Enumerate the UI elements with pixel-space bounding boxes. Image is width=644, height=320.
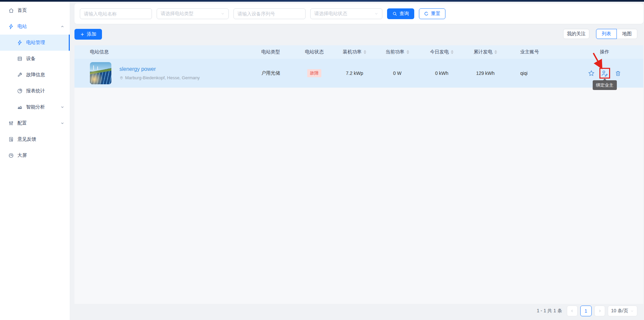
view-mode-map[interactable]: 地图 (616, 29, 637, 39)
device-list-icon (17, 56, 23, 62)
chevron-up-icon (60, 25, 64, 29)
sidebar-item-label: 电站管理 (26, 40, 45, 46)
page-size-select[interactable]: 10 条/页 (608, 306, 637, 316)
station-name-link[interactable]: slenergy power (119, 66, 200, 72)
column-header-current-power: 当前功率 (376, 49, 418, 55)
chevron-down-icon (221, 12, 225, 16)
chevron-down-icon (60, 121, 64, 125)
pagination-total: 1 - 1 共 1 条 (537, 308, 562, 314)
column-header-today-energy: 今日发电 (418, 49, 465, 55)
feedback-icon (8, 136, 14, 142)
home-icon (8, 7, 14, 13)
search-button-label: 查询 (399, 11, 409, 17)
favorite-star-icon[interactable] (588, 70, 595, 77)
refresh-icon (424, 11, 429, 16)
sidebar-item-fault-info[interactable]: 故障信息 (0, 67, 70, 83)
sidebar-item-station[interactable]: 电站 (0, 18, 70, 35)
column-header-total-energy: 累计发电 (465, 49, 505, 55)
bind-owner-target: 绑定业主 (599, 68, 610, 79)
station-type: 户用光储 (261, 70, 280, 76)
view-toolbar: 我的关注 列表 地图 (563, 29, 637, 39)
my-follow-label: 我的关注 (567, 31, 586, 37)
status-badge: 故障 (307, 69, 321, 77)
column-header-station-status: 电站状态 (296, 49, 333, 55)
area-chart-icon (17, 104, 23, 110)
next-page-button[interactable] (594, 306, 605, 316)
sidebar-item-label: 配置 (17, 120, 27, 126)
filter-bar: 请选择电站类型 请选择电站状态 查询 重置 (74, 3, 643, 24)
column-header-installed-power: 装机功率 (333, 49, 376, 55)
station-thumbnail[interactable] (90, 62, 111, 84)
owner-account-value: qiqi (520, 71, 528, 76)
location-pin-icon (119, 76, 123, 80)
column-header-owner-account: 业主账号 (505, 49, 566, 55)
plus-icon (80, 32, 85, 37)
station-type-placeholder: 请选择电站类型 (161, 11, 194, 17)
search-button[interactable]: 查询 (387, 8, 414, 19)
sidebar-item-smart-analysis[interactable]: 智能分析 (0, 99, 70, 115)
sidebar-item-label: 故障信息 (26, 72, 45, 78)
table-row[interactable]: slenergy power Marburg-Biedenkopf, Hesse… (74, 59, 643, 88)
search-icon (392, 11, 397, 16)
my-follow-button[interactable]: 我的关注 (563, 29, 589, 39)
dashboard-gauge-icon (8, 152, 14, 158)
column-header-station-info: 电站信息 (74, 49, 246, 55)
station-info-cell: slenergy power Marburg-Biedenkopf, Hesse… (74, 62, 246, 84)
column-header-actions: 操作 (566, 49, 643, 55)
map-view-label: 地图 (622, 31, 632, 37)
view-mode-toggle: 列表 地图 (596, 29, 637, 39)
station-name-input[interactable] (80, 8, 152, 19)
sort-icon[interactable] (407, 50, 409, 54)
current-power-value: 0 W (393, 71, 401, 76)
pie-chart-icon (17, 88, 23, 94)
table-header-row: 电站信息 电站类型 电站状态 装机功率 当前功率 今日发电 累计发电 业主账号 … (74, 45, 643, 59)
wrench-icon (17, 72, 23, 78)
sidebar-item-label: 报表统计 (26, 88, 45, 94)
sliders-icon (8, 120, 14, 126)
sidebar-item-big-screen[interactable]: 大屏 (0, 147, 70, 164)
sidebar-item-label: 首页 (17, 7, 27, 13)
sidebar-item-label: 设备 (26, 56, 36, 62)
reset-button[interactable]: 重置 (419, 8, 445, 19)
sidebar-item-report-statistics[interactable]: 报表统计 (0, 83, 70, 99)
list-view-label: 列表 (602, 31, 611, 37)
sidebar-item-label: 意见反馈 (17, 136, 36, 142)
view-mode-list[interactable]: 列表 (596, 29, 617, 39)
today-energy-value: 0 kWh (435, 71, 448, 76)
bind-owner-icon[interactable] (601, 70, 608, 77)
page-number-button[interactable]: 1 (580, 306, 592, 316)
chevron-down-icon (60, 105, 64, 109)
pagination: 1 - 1 共 1 条 1 10 条/页 (537, 306, 637, 316)
reset-button-label: 重置 (431, 11, 440, 17)
station-status-placeholder: 请选择电站状态 (314, 11, 347, 17)
sidebar-item-devices[interactable]: 设备 (0, 51, 70, 67)
total-energy-value: 129 kWh (476, 71, 494, 76)
column-header-station-type: 电站类型 (246, 49, 296, 55)
sort-icon[interactable] (494, 50, 497, 54)
prev-page-button[interactable] (567, 306, 578, 316)
add-station-button[interactable]: 添加 (74, 29, 102, 40)
delete-trash-icon[interactable] (614, 70, 622, 77)
station-type-select[interactable]: 请选择电站类型 (157, 8, 229, 19)
page-size-value: 10 条/页 (611, 308, 628, 314)
station-table: 电站信息 电站类型 电站状态 装机功率 当前功率 今日发电 累计发电 业主账号 … (74, 45, 643, 304)
sidebar-item-station-management[interactable]: 电站管理 (0, 35, 70, 51)
chevron-down-icon (630, 309, 634, 313)
sidebar-item-configuration[interactable]: 配置 (0, 115, 70, 131)
sort-icon[interactable] (451, 50, 453, 54)
sidebar-item-feedback[interactable]: 意见反馈 (0, 131, 70, 147)
device-serial-input[interactable] (233, 8, 306, 19)
sidebar-item-home[interactable]: 首页 (0, 2, 70, 18)
sort-icon[interactable] (364, 50, 366, 54)
station-location: Marburg-Biedenkopf, Hesse, Germany (125, 75, 200, 80)
sidebar-item-label: 大屏 (17, 152, 27, 158)
installed-power-value: 7.2 kWp (346, 71, 363, 76)
chevron-down-icon (374, 12, 378, 16)
lightning-icon (17, 40, 23, 46)
sidebar: 首页 电站 电站管理 设备 故障信息 报表统计 (0, 2, 70, 320)
lightning-icon (8, 24, 14, 30)
station-status-select[interactable]: 请选择电站状态 (310, 8, 382, 19)
sidebar-item-label: 智能分析 (26, 104, 45, 110)
main-content: 请选择电站类型 请选择电站状态 查询 重置 (70, 2, 644, 320)
add-button-label: 添加 (87, 31, 96, 37)
